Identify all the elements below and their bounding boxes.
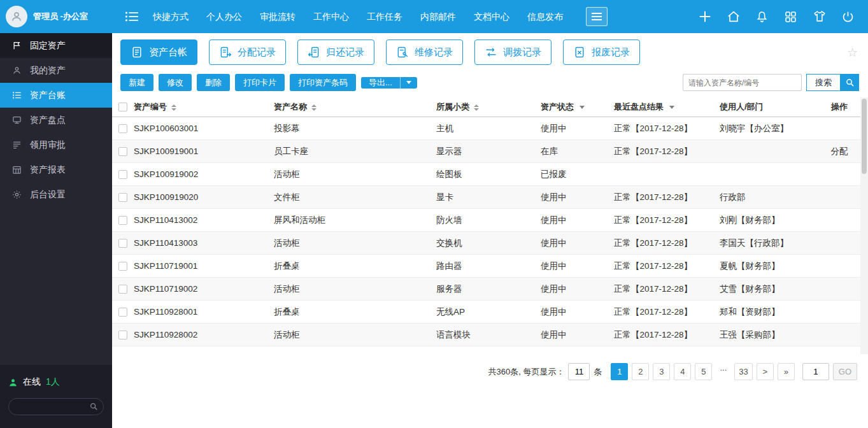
row-checkbox[interactable] (118, 308, 127, 317)
hamburger-menu-button[interactable] (586, 7, 608, 26)
tab-transfer-records[interactable]: 调拨记录 (474, 39, 551, 65)
tab-scrap-records[interactable]: 报废记录 (563, 39, 640, 65)
print-barcode-button[interactable]: 打印资产条码 (290, 74, 356, 91)
asset-user: 刘刚【财务部】 (720, 215, 818, 226)
search-button[interactable]: 搜索 (806, 74, 859, 91)
power-icon[interactable] (837, 6, 859, 28)
print-card-button[interactable]: 打印卡片 (235, 74, 285, 91)
row-action[interactable]: 分配 (818, 146, 860, 157)
select-all-checkbox[interactable] (118, 103, 127, 111)
asset-name: 文件柜 (274, 192, 436, 203)
new-button[interactable]: 新建 (120, 74, 153, 91)
sidebar-bottom-panel: 在线 1人 (0, 365, 112, 428)
sidebar-item-asset-reports[interactable]: 资产报表 (0, 157, 112, 182)
asset-search-input[interactable] (683, 74, 802, 91)
col-asset-name[interactable]: 资产名称 (274, 101, 436, 113)
row-checkbox[interactable] (118, 285, 127, 294)
nav-item-internal-mail[interactable]: 内部邮件 (411, 0, 465, 33)
inventory-result: 正常【2017-12-28】 (614, 146, 720, 157)
asset-name: 投影幕 (274, 123, 436, 134)
avatar[interactable] (6, 6, 27, 27)
asset-category: 显示器 (436, 146, 541, 157)
next-page-button[interactable]: > (757, 363, 774, 380)
scrollbar-thumb[interactable] (862, 99, 867, 174)
sidebar-item-label: 我的资产 (30, 65, 66, 76)
apps-grid-icon[interactable] (779, 6, 802, 28)
table-row[interactable]: SJKP110719002 活动柜 服务器 使用中 正常【2017-12-28】… (112, 278, 860, 301)
col-status[interactable]: 资产状态 (541, 101, 614, 113)
row-checkbox[interactable] (118, 170, 127, 179)
page-button-4[interactable]: 4 (674, 363, 691, 380)
sidebar-item-backend-settings[interactable]: 后台设置 (0, 182, 112, 207)
table-row[interactable]: SJKP110928001 折叠桌 无线AP 使用中 正常【2017-12-28… (112, 301, 860, 324)
table-row[interactable]: SJKP100603001 投影幕 主机 使用中 正常【2017-12-28】 … (112, 117, 860, 140)
table-row[interactable]: SJKP100919002 活动柜 绘图板 已报废 (112, 163, 860, 186)
table-row[interactable]: SJKP110413003 活动柜 交换机 使用中 正常【2017-12-28】… (112, 232, 860, 255)
table-row[interactable]: SJKP110928002 活动柜 语言模块 使用中 正常【2017-12-28… (112, 324, 860, 346)
page-button-3[interactable]: 3 (653, 363, 670, 380)
sidebar-item-asset-inventory[interactable]: 资产盘点 (0, 108, 112, 132)
row-checkbox[interactable] (118, 331, 127, 339)
edit-button[interactable]: 修改 (159, 74, 192, 91)
page-button-2[interactable]: 2 (632, 363, 649, 380)
nav-item-info-publish[interactable]: 信息发布 (518, 0, 572, 33)
asset-status: 使用中 (541, 329, 614, 341)
sidebar-item-fixed-assets[interactable]: 固定资产 (0, 33, 112, 58)
tab-allocation-records[interactable]: 分配记录 (209, 39, 286, 65)
asset-code: SJKP100919020 (134, 192, 274, 202)
table-row[interactable]: SJKP110719001 折叠桌 路由器 使用中 正常【2017-12-28】… (112, 255, 860, 278)
col-category[interactable]: 所属小类 (436, 101, 541, 113)
page-button-5[interactable]: 5 (695, 363, 712, 380)
export-button[interactable]: 导出... (361, 77, 417, 89)
row-checkbox[interactable] (118, 193, 127, 202)
nav-item-personal-office[interactable]: 个人办公 (197, 0, 251, 33)
sidebar-item-my-assets[interactable]: 我的资产 (0, 58, 112, 83)
tab-repair-records[interactable]: 维修记录 (386, 39, 463, 65)
row-checkbox[interactable] (118, 216, 127, 225)
goto-page-input[interactable] (802, 363, 829, 380)
inventory-result: 正常【2017-12-28】 (614, 306, 720, 318)
nav-item-approval-flow[interactable]: 审批流转 (251, 0, 304, 33)
asset-category: 交换机 (436, 238, 541, 249)
nav-item-work-tasks[interactable]: 工作任务 (358, 0, 411, 33)
tab-asset-ledger[interactable]: 资产台帐 (120, 39, 197, 65)
delete-button[interactable]: 删除 (197, 74, 230, 91)
search-icon[interactable] (89, 402, 98, 413)
export-dropdown-toggle[interactable] (400, 77, 417, 89)
asset-code: SJKP110928002 (134, 330, 274, 339)
col-asset-code[interactable]: 资产编号 (134, 101, 274, 113)
sidebar-item-label: 固定资产 (30, 40, 66, 52)
row-checkbox[interactable] (118, 239, 127, 248)
asset-code: SJKP100919002 (134, 169, 274, 179)
go-button[interactable]: GO (833, 363, 857, 380)
last-page-button[interactable]: » (778, 363, 795, 380)
add-icon[interactable] (694, 6, 716, 28)
row-checkbox[interactable] (118, 124, 127, 133)
asset-name: 员工卡座 (274, 146, 436, 157)
col-inventory-result[interactable]: 最近盘点结果 (614, 101, 720, 113)
pagination-summary: 共360条, 每页显示： (488, 366, 565, 378)
page-button-1[interactable]: 1 (611, 363, 628, 380)
table-row[interactable]: SJKP110413002 屏风和活动柜 防火墙 使用中 正常【2017-12-… (112, 209, 860, 232)
inventory-result: 正常【2017-12-28】 (614, 123, 720, 134)
page-button-33[interactable]: 33 (734, 363, 752, 380)
nav-item-shortcuts[interactable]: 快捷方式 (144, 0, 197, 33)
nav-item-doc-center[interactable]: 文档中心 (465, 0, 518, 33)
home-icon[interactable] (722, 6, 744, 28)
row-checkbox[interactable] (118, 262, 127, 271)
shirt-icon[interactable] (808, 6, 830, 28)
favorite-star-icon[interactable]: ☆ (847, 46, 858, 59)
sidebar-item-requisition-approval[interactable]: 领用审批 (0, 132, 112, 157)
nav-item-work-center[interactable]: 工作中心 (304, 0, 358, 33)
asset-name: 活动柜 (274, 283, 436, 295)
row-checkbox[interactable] (118, 147, 127, 156)
menu-list-icon[interactable] (125, 11, 139, 22)
table-scrollbar[interactable] (860, 97, 868, 354)
table-row[interactable]: SJKP100919001 员工卡座 显示器 在库 正常【2017-12-28】… (112, 140, 860, 163)
allocate-icon (219, 46, 232, 59)
table-row[interactable]: SJKP100919020 文件柜 显卡 使用中 正常【2017-12-28】 … (112, 186, 860, 209)
page-size-input[interactable] (568, 363, 590, 380)
tab-return-records[interactable]: 归还记录 (297, 39, 374, 65)
sidebar-item-asset-ledger[interactable]: 资产台账 (0, 83, 112, 108)
bell-icon[interactable] (751, 6, 773, 28)
